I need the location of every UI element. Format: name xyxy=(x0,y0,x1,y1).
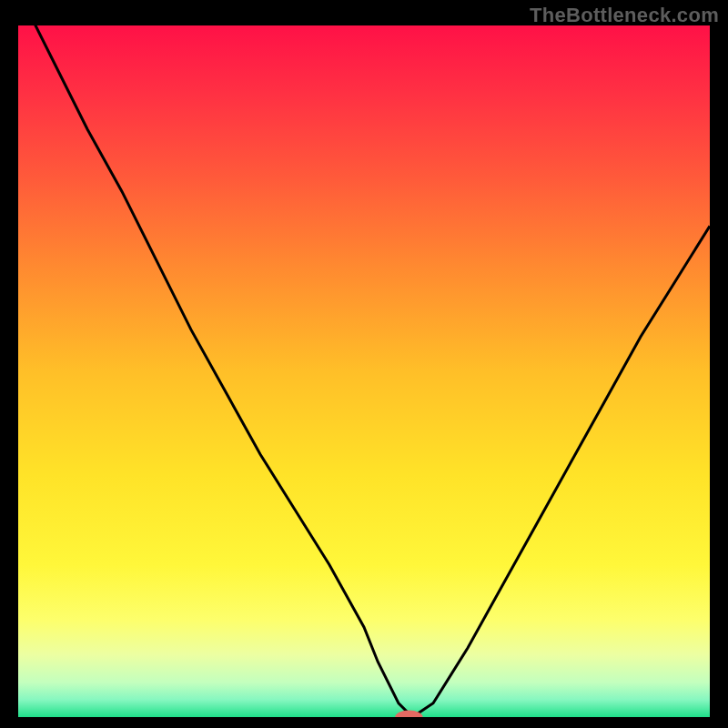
watermark-text: TheBottleneck.com xyxy=(530,4,719,27)
plot-svg xyxy=(18,25,710,717)
chart-container: { "watermark": "TheBottleneck.com", "cha… xyxy=(0,0,728,728)
bottleneck-plot xyxy=(18,25,710,717)
gradient-background xyxy=(18,25,710,717)
